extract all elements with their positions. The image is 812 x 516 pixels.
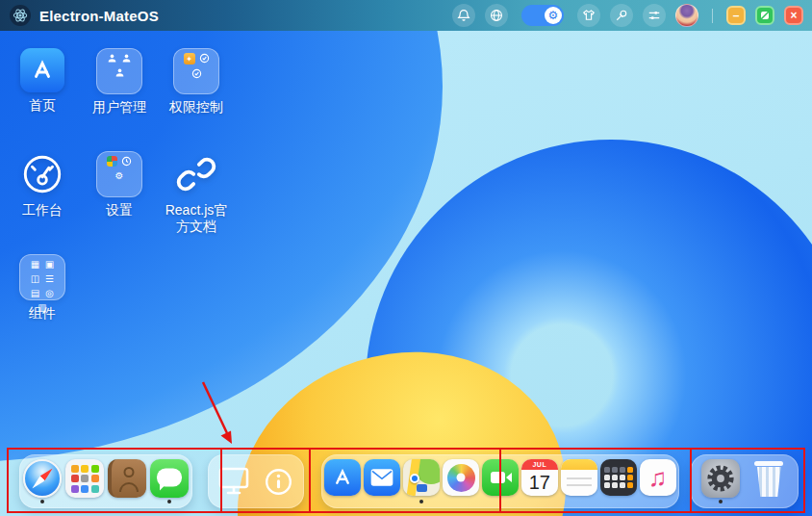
music-note-icon: ♫ (648, 465, 668, 490)
folder-icon: ✦ (173, 48, 219, 94)
tshirt-icon (582, 9, 596, 22)
shield-check-icon (199, 53, 210, 64)
home-appstore-icon (20, 48, 64, 92)
notifications-button[interactable] (452, 4, 475, 27)
desktop-item-label: 首页 (5, 97, 80, 114)
dock-icon-system-settings[interactable] (700, 459, 741, 503)
dock-icon-app-store[interactable] (324, 459, 362, 503)
dock-icon-maps[interactable] (403, 459, 441, 503)
window-title: Electron-MateOS (39, 8, 159, 24)
desktop-item-settings[interactable]: ⚙ 设置 (81, 151, 158, 254)
window-component-icon: ◫ (30, 273, 40, 284)
dock-icon-photos[interactable] (443, 459, 480, 503)
desktop-item-react-docs[interactable]: React.js官方文档 (158, 151, 235, 254)
dock-group-system-shortcuts (208, 454, 304, 508)
desktop-item-user-management[interactable]: 用户管理 (81, 48, 158, 151)
clock-icon (121, 156, 132, 167)
gold-badge-icon: ✦ (184, 53, 195, 64)
desktop-item-label: 用户管理 (82, 99, 157, 116)
desktop-item-label: 设置 (82, 202, 157, 219)
dock-icon-mail[interactable] (364, 459, 401, 503)
dock-icon-notes[interactable] (560, 459, 597, 503)
dock-icon-facetime[interactable] (481, 459, 519, 503)
dock-icon-calendar[interactable]: JUL 17 (520, 459, 558, 503)
palette-icon (107, 156, 117, 167)
gear-icon (704, 462, 737, 495)
gauge-icon (19, 151, 65, 197)
annotation-arrow (203, 382, 232, 444)
user-icon (121, 53, 132, 64)
grid-component-icon: ▥ (38, 302, 48, 313)
list-component-icon: ☰ (44, 273, 55, 284)
user-icon (114, 67, 125, 78)
desktop-item-permission-control[interactable]: ✦ 权限控制 (158, 48, 235, 151)
dock-icon-info[interactable] (258, 459, 298, 503)
pin-button[interactable] (610, 4, 633, 27)
table-component-icon: ▦ (30, 259, 40, 270)
dock-icon-launchpad[interactable] (64, 459, 105, 503)
globe-icon (490, 9, 503, 22)
desktop-item-components[interactable]: ▦ ▣ ◫ ☰ ▤ ◎ ▥ 组件 (4, 254, 81, 357)
trash-icon (754, 459, 783, 498)
info-icon (264, 467, 293, 497)
titlebar-divider (712, 9, 713, 23)
gear-icon: ⚙ (114, 170, 125, 181)
dock-icon-trash[interactable] (749, 459, 789, 503)
sliders-icon (647, 9, 661, 22)
shield-check-icon (191, 68, 202, 79)
language-button[interactable] (485, 4, 508, 27)
dock-group-applications: JUL 17 ♫ (321, 454, 679, 508)
running-indicator (719, 500, 723, 503)
running-indicator (419, 500, 423, 503)
gear-icon: ⚙ (545, 7, 562, 24)
desktop-item-workbench[interactable]: 工作台 (4, 151, 81, 254)
minimize-button[interactable]: – (726, 6, 746, 25)
desktop-icon-grid: 首页 用户管理 ✦ (4, 48, 235, 357)
mateos-desktop: Electron-MateOS ⚙ (0, 0, 812, 516)
dock-icon-contacts[interactable] (107, 459, 147, 503)
form-component-icon: ▤ (30, 288, 40, 298)
skin-theme-button[interactable] (577, 4, 600, 27)
target-component-icon: ◎ (44, 288, 55, 298)
monitor-icon (216, 465, 251, 498)
dock-icon-display[interactable] (214, 459, 254, 503)
running-indicator (167, 500, 171, 503)
dock-icon-calculator[interactable] (599, 459, 637, 503)
calendar-month-label: JUL (521, 459, 558, 470)
user-avatar[interactable] (675, 4, 698, 27)
folder-icon: ▦ ▣ ◫ ☰ ▤ ◎ ▥ (19, 254, 65, 300)
title-bar: Electron-MateOS ⚙ (0, 0, 812, 31)
maximize-button[interactable] (755, 6, 774, 25)
link-icon (173, 151, 219, 197)
desktop-item-label: 权限控制 (159, 99, 234, 116)
panel-component-icon: ▣ (44, 259, 55, 270)
desktop-item-label: 工作台 (5, 202, 80, 219)
desktop-item-label: React.js官方文档 (159, 202, 234, 235)
theme-toggle[interactable]: ⚙ (521, 5, 564, 26)
dock-group-system (691, 454, 799, 508)
dock-icon-safari[interactable] (22, 459, 63, 503)
dock-group-favorites (19, 454, 192, 508)
desktop-item-home[interactable]: 首页 (4, 48, 81, 151)
close-button[interactable]: × (784, 6, 803, 25)
dock-icon-messages[interactable] (149, 459, 190, 503)
user-icon (107, 53, 117, 64)
dock-icon-music[interactable]: ♫ (639, 459, 676, 503)
calendar-day-label: 17 (529, 470, 550, 495)
restore-icon (760, 11, 770, 20)
running-indicator (40, 500, 44, 503)
filter-settings-button[interactable] (643, 4, 666, 27)
pin-icon (615, 9, 628, 22)
bell-icon (457, 9, 470, 22)
folder-icon (96, 48, 142, 94)
folder-icon: ⚙ (96, 151, 142, 197)
app-logo-icon (10, 5, 31, 26)
